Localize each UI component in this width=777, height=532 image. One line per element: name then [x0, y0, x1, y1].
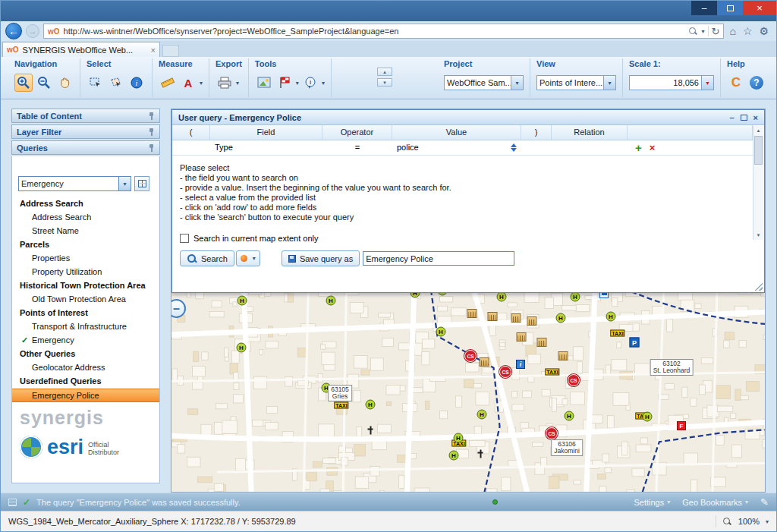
dialog-close-icon[interactable]: × [753, 113, 758, 122]
map-marker-taxi[interactable]: TAXI [610, 330, 624, 337]
dialog-title-bar[interactable]: User query - Emergency Police – × [172, 110, 764, 125]
tree-group[interactable]: Parcels [12, 238, 159, 252]
map-marker-hydrant[interactable]: H [571, 292, 580, 302]
window-maximize-button[interactable] [717, 1, 743, 15]
map-marker-museum[interactable] [558, 351, 568, 360]
tree-group[interactable]: Address Search [12, 197, 159, 211]
map-marker-taxi[interactable]: TAXI [545, 369, 559, 376]
redlining-dropdown-caret-icon[interactable]: ▾ [296, 80, 299, 87]
scale-dropdown-caret-icon[interactable]: ▾ [701, 75, 714, 90]
query-category-caret-icon[interactable]: ▾ [118, 176, 131, 191]
map-marker-taxi[interactable]: TAXI [334, 402, 348, 409]
map-marker-cs[interactable]: CS [546, 427, 558, 439]
tab-close-icon[interactable]: × [151, 46, 156, 55]
value-picklist-icon[interactable] [511, 143, 517, 152]
map-marker-museum[interactable] [480, 357, 489, 367]
info-balloon-tool-icon[interactable]: i [301, 74, 319, 92]
map-marker-parking[interactable]: P [630, 338, 640, 348]
map-marker-museum[interactable] [517, 332, 527, 342]
measure-text-tool-icon[interactable]: A [179, 74, 197, 92]
geo-bookmarks-menu[interactable]: Geo Bookmarks ▾ [682, 498, 748, 507]
pin-icon[interactable] [147, 127, 155, 137]
open-paren-cell[interactable] [172, 140, 210, 155]
value-text[interactable]: police [397, 140, 511, 155]
map-marker-hydrant[interactable]: H [454, 433, 464, 443]
manage-queries-button[interactable] [134, 176, 149, 191]
value-cell[interactable]: police [392, 140, 521, 155]
pin-icon[interactable] [147, 112, 155, 121]
search-options-button[interactable]: ▾ [236, 250, 260, 266]
refresh-icon[interactable]: ↻ [712, 26, 720, 37]
query-category-dropdown[interactable]: Emergency ▾ [18, 176, 131, 191]
map-marker-hydrant[interactable]: H [565, 411, 574, 421]
map-marker-cs[interactable]: CS [499, 366, 511, 378]
select-rectangle-tool-icon[interactable] [87, 74, 105, 92]
tree-item[interactable]: Street Name [12, 225, 159, 238]
project-dropdown-caret-icon[interactable]: ▾ [511, 75, 524, 90]
scale-input-combo[interactable]: 18,056 ▾ [629, 75, 714, 90]
tree-item[interactable]: ✓Emergency [12, 334, 159, 348]
map-marker-hydrant[interactable]: H [436, 327, 446, 337]
map-marker-museum[interactable] [537, 338, 547, 347]
map-marker-church[interactable] [477, 450, 485, 458]
export-dropdown-caret-icon[interactable]: ▾ [236, 80, 239, 87]
tree-item[interactable]: Geolocator Address [12, 361, 159, 375]
scale-input-value[interactable]: 18,056 [629, 75, 701, 90]
window-close-button[interactable]: × [743, 1, 776, 15]
browser-tab[interactable]: wO SYNERGIS WebOffice Web... × [2, 42, 160, 57]
dialog-restore-icon[interactable] [741, 115, 747, 121]
search-button[interactable]: Search [180, 250, 234, 266]
project-dropdown[interactable]: WebOffice Sam... ▾ [444, 75, 524, 90]
map-marker-hydrant[interactable]: H [556, 313, 566, 323]
panel-header-queries[interactable]: Queries [11, 140, 160, 155]
help-icon[interactable]: ? [747, 74, 766, 92]
print-tool-icon[interactable] [215, 74, 234, 92]
pan-tool-icon[interactable] [55, 74, 74, 92]
zoom-caret-icon[interactable]: ▾ [766, 518, 769, 525]
scroll-down-icon[interactable]: ▼ [757, 231, 761, 240]
tree-item[interactable]: Transport & Infrastructure [12, 320, 159, 334]
map-marker-hydrant[interactable]: H [326, 296, 336, 306]
relation-cell[interactable] [552, 140, 628, 155]
map-marker-museum[interactable] [511, 313, 521, 323]
tree-item[interactable]: Properties [12, 252, 159, 266]
new-tab-button[interactable] [162, 45, 179, 57]
add-row-icon[interactable]: + [635, 140, 642, 155]
identify-info-tool-icon[interactable]: i [127, 74, 146, 92]
home-icon[interactable]: ⌂ [729, 25, 735, 37]
zoom-out-tool-icon[interactable] [35, 74, 53, 92]
pin-icon[interactable] [147, 143, 155, 153]
extent-checkbox[interactable] [180, 234, 189, 243]
tree-item[interactable]: Old Town Protection Area [12, 293, 159, 307]
back-button[interactable]: ← [5, 23, 22, 39]
tree-group[interactable]: Points of Interest [12, 307, 159, 320]
browser-zoom-level[interactable]: 100% [738, 517, 760, 526]
collapse-down-button[interactable]: ▼ [377, 78, 392, 87]
map-marker-hydrant[interactable]: H [497, 292, 507, 302]
close-paren-cell[interactable] [521, 140, 552, 155]
info-dropdown-caret-icon[interactable]: ▾ [322, 80, 325, 87]
map-marker-hydrant[interactable]: H [643, 412, 653, 422]
image-tool-icon[interactable] [255, 74, 273, 92]
tree-group[interactable]: Other Queries [12, 348, 159, 361]
view-dropdown[interactable]: Points of Intere... ▾ [536, 75, 616, 90]
reload-project-icon[interactable]: C [727, 74, 745, 92]
map-marker-hydrant[interactable]: H [477, 410, 487, 420]
map-marker-cs[interactable]: CS [464, 350, 477, 362]
save-query-button[interactable]: Save query as [282, 250, 360, 266]
field-cell[interactable]: Type [210, 140, 322, 155]
scrollbar-thumb[interactable] [754, 136, 763, 165]
map-marker-church[interactable] [366, 427, 375, 435]
settings-gear-icon[interactable]: ⚙ [759, 25, 769, 37]
redlining-flag-tool-icon[interactable] [275, 74, 294, 92]
map-marker-info[interactable]: i [516, 360, 525, 369]
dialog-resize-grip[interactable] [754, 282, 763, 291]
edit-pencil-icon[interactable]: ✎ [760, 496, 769, 508]
map-marker-museum[interactable] [527, 316, 537, 326]
map-marker-hydrant[interactable]: H [449, 451, 459, 461]
panel-header-layer-filter[interactable]: Layer Filter [11, 124, 160, 139]
map-marker-hydrant[interactable]: H [366, 400, 376, 410]
map-marker-museum[interactable] [467, 309, 477, 318]
scroll-up-icon[interactable]: ▲ [757, 126, 761, 135]
measure-dropdown-caret-icon[interactable]: ▾ [200, 80, 203, 87]
